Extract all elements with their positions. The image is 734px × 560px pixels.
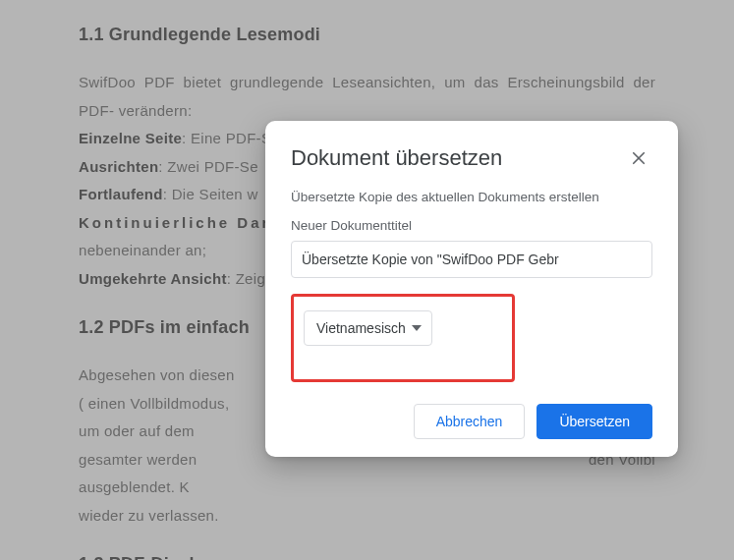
cancel-button[interactable]: Abbrechen (414, 404, 526, 439)
close-button[interactable] (625, 144, 652, 172)
language-highlight-box: Vietnamesisch (291, 294, 515, 382)
language-dropdown[interactable]: Vietnamesisch (304, 310, 432, 346)
dialog-title: Dokument übersetzen (291, 145, 502, 171)
chevron-down-icon (412, 325, 422, 331)
translate-dialog: Dokument übersetzen Übersetzte Kopie des… (265, 121, 678, 457)
dialog-header: Dokument übersetzen (291, 144, 652, 172)
dialog-description: Übersetzte Kopie des aktuellen Dokuments… (291, 190, 652, 204)
dialog-actions: Abbrechen Übersetzen (291, 404, 652, 439)
close-icon (630, 149, 648, 167)
language-dropdown-label: Vietnamesisch (316, 320, 406, 336)
translate-button[interactable]: Übersetzen (536, 404, 652, 439)
title-field-label: Neuer Dokumenttitel (291, 218, 652, 233)
document-title-input[interactable] (291, 241, 652, 278)
